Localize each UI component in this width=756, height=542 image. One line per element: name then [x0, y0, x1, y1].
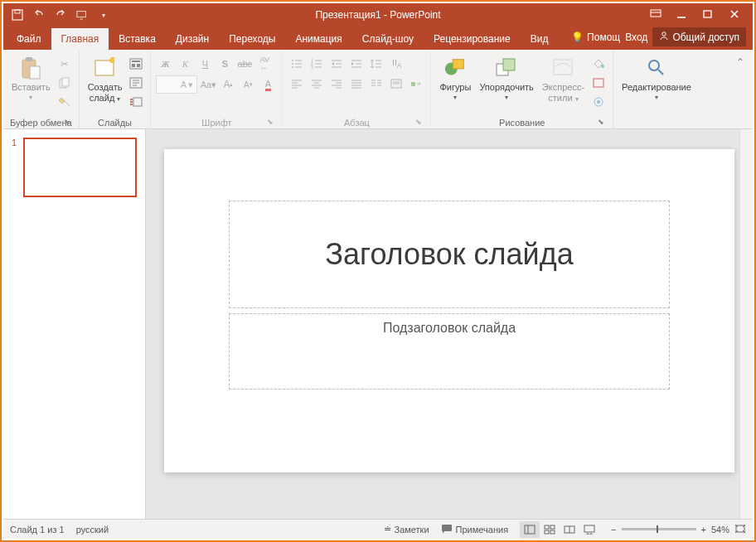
columns-button[interactable] [367, 75, 385, 92]
tell-me-button[interactable]: 💡Помощ [571, 31, 620, 43]
font-color-button[interactable]: A [259, 76, 277, 93]
decrease-indent-button[interactable] [327, 56, 346, 72]
change-case-button[interactable]: Aa▾ [199, 76, 217, 93]
bullets-button[interactable] [288, 56, 306, 72]
underline-button[interactable]: Ч [196, 56, 214, 72]
collapse-ribbon-icon[interactable]: ⌃ [736, 51, 753, 128]
tab-insert[interactable]: Вставка [109, 28, 166, 50]
copy-button[interactable] [56, 75, 74, 91]
zoom-out-button[interactable]: − [611, 525, 616, 535]
increase-indent-button[interactable] [347, 56, 366, 72]
undo-icon[interactable] [33, 9, 45, 21]
reset-icon [129, 77, 143, 89]
tab-slideshow[interactable]: Слайд-шоу [352, 28, 424, 50]
strike-button[interactable]: abc [235, 56, 254, 72]
tab-animations[interactable]: Анимация [285, 28, 351, 50]
slide-canvas[interactable]: Заголовок слайда Подзаголовок слайда [146, 129, 753, 519]
launcher-icon[interactable]: ⬊ [62, 118, 72, 128]
save-icon[interactable] [12, 9, 23, 21]
share-button[interactable]: Общий доступ [652, 27, 746, 46]
shapes-button[interactable]: Фигуры▾ [436, 53, 474, 113]
shape-effects-button[interactable] [589, 94, 608, 110]
grow-font-button[interactable]: A▴ [219, 76, 237, 93]
tab-design[interactable]: Дизайн [166, 28, 219, 50]
shapes-icon [443, 56, 467, 80]
reading-view-button[interactable] [560, 521, 579, 538]
bold-button[interactable]: Ж [156, 56, 174, 72]
shadow-button[interactable]: S [216, 56, 234, 72]
status-bar: Слайд 1 из 1 русский ≐Заметки Примечания… [3, 519, 753, 539]
ribbon-display-icon[interactable] [650, 9, 662, 21]
new-slide-button[interactable]: Создать слайд ▾ [85, 53, 126, 113]
qat-customize-icon[interactable]: ▾ [98, 9, 109, 21]
font-family-select[interactable]: A ▾ [156, 75, 197, 94]
slide-thumbnail[interactable] [23, 138, 137, 197]
arrange-button[interactable]: Упорядочить▾ [476, 53, 536, 113]
shape-outline-button[interactable] [589, 75, 608, 91]
cut-button[interactable]: ✂ [56, 56, 74, 72]
sorter-view-button[interactable] [540, 521, 560, 538]
align-right-button[interactable] [327, 75, 346, 92]
tab-review[interactable]: Рецензирование [424, 28, 521, 50]
close-icon[interactable] [729, 9, 741, 21]
normal-view-button[interactable] [520, 521, 540, 538]
minimize-icon[interactable] [676, 9, 688, 21]
char-spacing-button[interactable]: AV↔ [255, 56, 274, 72]
quick-access-toolbar: ▾ [3, 9, 118, 21]
layout-button[interactable] [127, 56, 145, 72]
italic-button[interactable]: К [176, 56, 194, 72]
notes-button[interactable]: ≐Заметки [384, 524, 429, 535]
launcher-icon[interactable]: ⬊ [414, 118, 424, 128]
svg-rect-41 [545, 530, 549, 534]
vertical-scrollbar[interactable] [739, 129, 753, 519]
justify-button[interactable] [347, 75, 366, 92]
svg-rect-38 [525, 525, 535, 534]
reset-button[interactable] [127, 75, 145, 91]
comments-button[interactable]: Примечания [441, 524, 509, 535]
title-placeholder[interactable]: Заголовок слайда [229, 201, 670, 308]
numbering-button[interactable]: 123 [308, 56, 326, 72]
tab-file[interactable]: Файл [7, 28, 51, 50]
text-direction-button[interactable]: ⅠⅠA [387, 56, 405, 72]
section-button[interactable] [127, 94, 145, 110]
group-drawing: Фигуры▾ Упорядочить▾ Экспресс- стили ▾ Р… [431, 51, 613, 129]
zoom-level[interactable]: 54% [711, 525, 729, 535]
tab-transitions[interactable]: Переходы [219, 28, 285, 50]
tab-view[interactable]: Вид [521, 28, 559, 50]
slide-page[interactable]: Заголовок слайда Подзаголовок слайда [164, 149, 734, 472]
svg-rect-37 [442, 525, 452, 531]
quick-styles-button[interactable]: Экспресс- стили ▾ [539, 53, 588, 113]
zoom-in-button[interactable]: + [701, 525, 706, 535]
zoom-slider[interactable] [622, 528, 696, 530]
line-spacing-button[interactable] [367, 56, 385, 72]
maximize-icon[interactable] [703, 9, 715, 21]
launcher-icon[interactable]: ⬊ [265, 118, 275, 128]
align-text-button[interactable] [387, 75, 405, 92]
align-left-button[interactable] [288, 75, 306, 92]
fit-window-button[interactable] [734, 524, 746, 535]
launcher-icon[interactable]: ⬊ [596, 118, 606, 128]
signin-button[interactable]: Вход [625, 31, 647, 43]
slide-thumbnail-row[interactable]: 1 [12, 138, 137, 197]
svg-rect-33 [594, 79, 603, 87]
ribbon-tabs: Файл Главная Вставка Дизайн Переходы Ани… [3, 27, 753, 50]
redo-icon[interactable] [55, 9, 66, 21]
align-center-button[interactable] [308, 75, 326, 92]
subtitle-placeholder[interactable]: Подзаголовок слайда [229, 313, 670, 390]
tab-home[interactable]: Главная [51, 28, 109, 50]
svg-rect-2 [77, 12, 86, 17]
outline-icon [592, 77, 605, 89]
shape-fill-button[interactable] [589, 56, 608, 72]
slideshow-view-button[interactable] [579, 521, 599, 538]
start-slideshow-icon[interactable] [76, 9, 88, 21]
group-slides: Создать слайд ▾ Слайды [80, 51, 152, 129]
format-painter-button[interactable] [56, 94, 74, 110]
paste-button[interactable]: Вставить▾ [8, 53, 54, 113]
editing-button[interactable]: Редактирование▾ [618, 53, 695, 113]
smartart-button[interactable] [407, 75, 425, 92]
shrink-font-button[interactable]: A▾ [239, 76, 257, 93]
language-button[interactable]: русский [76, 525, 109, 535]
slide-counter[interactable]: Слайд 1 из 1 [10, 525, 65, 535]
ribbon: Вставить▾ ✂ Буфер обмена⬊ Создать слайд … [3, 50, 753, 129]
group-clipboard: Вставить▾ ✂ Буфер обмена⬊ [3, 51, 80, 129]
